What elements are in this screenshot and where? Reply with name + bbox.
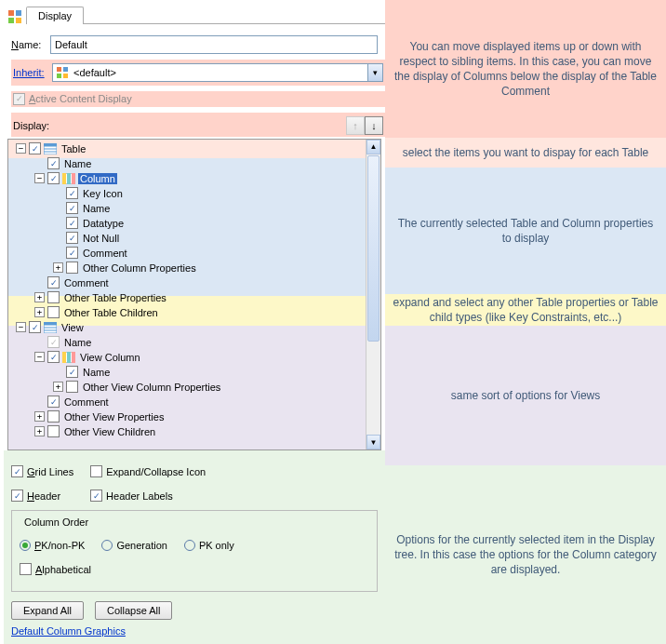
default-column-graphics-link[interactable]: Default Column Graphics	[11, 625, 126, 637]
move-up-button[interactable]: ↑	[346, 116, 365, 135]
tree-node[interactable]: +Other View Properties	[8, 409, 380, 424]
pk-only-radio[interactable]: PK only	[184, 540, 234, 551]
expand-collapse-icon-check[interactable]: Expand/Collapse Icon	[90, 465, 206, 477]
tree-checkbox[interactable]	[66, 187, 78, 199]
tree-scrollbar[interactable]: ▲ ▼	[366, 140, 380, 449]
tree-label: View	[60, 322, 86, 333]
expand-toggle[interactable]: −	[16, 143, 26, 154]
scroll-thumb[interactable]	[367, 155, 380, 342]
tree-checkbox[interactable]	[47, 306, 60, 318]
tree-node[interactable]: Name	[8, 335, 380, 350]
active-content-checkbox	[13, 93, 25, 105]
tree-label: Comment	[81, 248, 129, 259]
tree-label: Name	[62, 158, 93, 169]
scroll-down-button[interactable]: ▼	[366, 435, 380, 449]
expand-all-button[interactable]: Expand All	[11, 601, 84, 620]
tree-checkbox[interactable]	[47, 157, 60, 169]
display-tree[interactable]: −TableName−ColumnKey IconNameDatatypeNot…	[7, 139, 381, 450]
inherit-combo[interactable]: <default>	[52, 63, 383, 82]
collapse-all-button[interactable]: Collapse All	[95, 601, 172, 620]
expand-toggle[interactable]: +	[34, 292, 45, 302]
tree-checkbox[interactable]	[66, 381, 78, 393]
svg-rect-0	[8, 10, 14, 16]
header-labels-check[interactable]: Header Labels	[90, 490, 173, 502]
tree-checkbox[interactable]	[29, 142, 41, 154]
tree-node[interactable]: +Other View Column Properties	[8, 380, 380, 395]
tree-checkbox[interactable]	[47, 396, 60, 408]
tree-checkbox[interactable]	[66, 262, 78, 274]
expand-toggle[interactable]: +	[53, 262, 63, 273]
tree-node[interactable]: Datatype	[8, 216, 380, 231]
move-down-button[interactable]: ↓	[365, 116, 383, 135]
tree-label: Other View Properties	[62, 411, 166, 423]
tree-label: Other Table Children	[62, 307, 160, 318]
svg-rect-21	[62, 352, 66, 363]
expand-toggle[interactable]: −	[34, 352, 45, 362]
tree-checkbox[interactable]	[47, 291, 60, 303]
grid-lines-check[interactable]: Grid Lines	[11, 465, 73, 477]
expand-toggle[interactable]: +	[34, 307, 45, 317]
tree-node[interactable]: Comment	[8, 395, 380, 409]
tree-checkbox[interactable]	[66, 232, 78, 244]
tree-node[interactable]: Key Icon	[8, 186, 380, 201]
tree-label: Other Column Properties	[81, 262, 198, 274]
tree-node[interactable]: −View	[8, 320, 380, 335]
expand-toggle[interactable]: +	[34, 426, 45, 436]
tree-node[interactable]: Name	[8, 201, 380, 216]
tree-checkbox[interactable]	[66, 247, 78, 259]
tree-node[interactable]: −Table	[8, 141, 380, 156]
column-order-group: Column Order PK/non-PK PK/non-PK Generat…	[11, 510, 378, 592]
svg-rect-6	[57, 74, 61, 78]
header-check[interactable]: Header	[11, 490, 60, 502]
expand-toggle[interactable]: +	[34, 411, 45, 422]
tree-label: Name	[62, 337, 93, 348]
tree-checkbox[interactable]	[47, 425, 60, 437]
tree-node[interactable]: +Other View Children	[8, 424, 380, 439]
scroll-up-button[interactable]: ▲	[366, 140, 380, 154]
tree-node[interactable]: Name	[8, 365, 380, 380]
tree-checkbox[interactable]	[47, 351, 60, 363]
app-mini-icon	[56, 66, 69, 79]
tree-node[interactable]: Comment	[8, 246, 380, 261]
tree-node[interactable]: +Other Table Children	[8, 305, 380, 320]
tree-checkbox[interactable]	[66, 217, 78, 229]
app-logo-icon	[7, 9, 22, 24]
svg-rect-17	[44, 325, 57, 333]
tree-checkbox[interactable]	[47, 172, 60, 184]
tree-node[interactable]: Name	[8, 156, 380, 171]
svg-rect-9	[44, 146, 57, 154]
expand-toggle[interactable]: −	[16, 322, 26, 332]
tree-checkbox[interactable]	[66, 366, 78, 378]
tree-checkbox[interactable]	[47, 336, 60, 348]
svg-rect-14	[67, 173, 71, 184]
annotation-expand: expand and select any other Table proper…	[385, 294, 666, 326]
inherit-dropdown-button[interactable]	[367, 64, 382, 81]
display-label: Display:	[13, 120, 49, 131]
tab-bar: Display	[4, 4, 385, 24]
tree-node[interactable]: Comment	[8, 275, 380, 290]
inherit-link[interactable]: Inherit:	[13, 67, 52, 78]
tree-label: Comment	[62, 277, 111, 288]
svg-rect-2	[8, 18, 14, 23]
tab-display[interactable]: Display	[26, 7, 84, 24]
expand-toggle[interactable]: +	[53, 382, 63, 392]
tree-checkbox[interactable]	[47, 276, 60, 288]
tree-node[interactable]: Not Null	[8, 231, 380, 246]
column-icon	[62, 173, 75, 184]
tree-node[interactable]: +Other Column Properties	[8, 261, 380, 275]
expand-toggle[interactable]: −	[34, 173, 45, 183]
tree-node[interactable]: +Other Table Properties	[8, 290, 380, 305]
annotation-select: select the items you want to dispay for …	[385, 138, 666, 168]
annotation-views: same sort of options for Views	[385, 326, 666, 465]
tree-node[interactable]: −Column	[8, 171, 380, 186]
column-order-legend: Column Order	[21, 517, 91, 528]
tree-checkbox[interactable]	[66, 202, 78, 214]
tree-node[interactable]: −View Column	[8, 350, 380, 365]
alphabetical-check[interactable]: Alphabetical	[20, 563, 91, 575]
tree-checkbox[interactable]	[47, 410, 60, 423]
name-input[interactable]	[50, 35, 378, 54]
generation-radio[interactable]: Generation	[101, 540, 166, 551]
pk-nonpk-radio[interactable]: PK/non-PK	[20, 540, 85, 551]
tree-checkbox[interactable]	[29, 321, 41, 333]
tree-label: Not Null	[81, 233, 121, 244]
